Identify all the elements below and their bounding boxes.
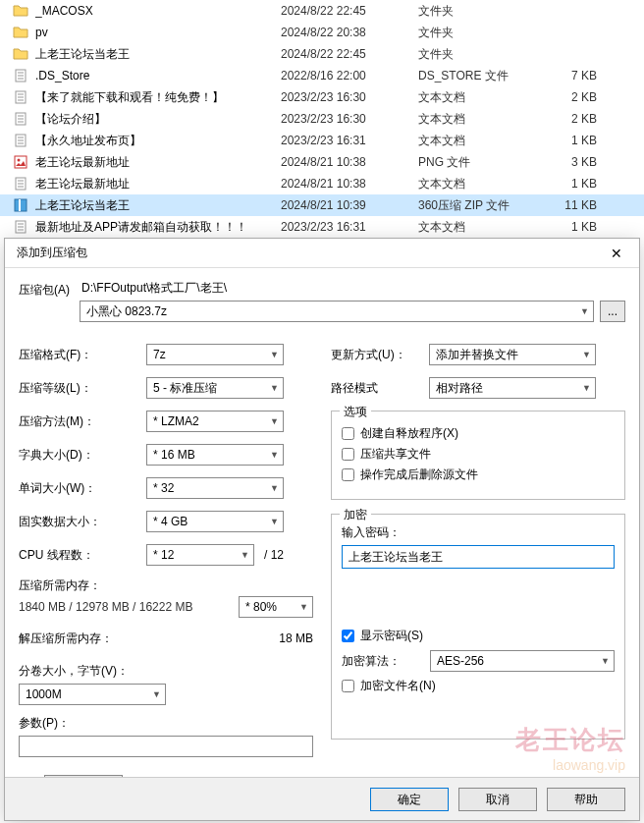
browse-button[interactable]: ... [600,301,625,322]
close-icon[interactable]: ✕ [602,246,631,261]
archive-label: 压缩包(A) [19,280,72,299]
file-size: 7 KB [556,69,615,82]
file-date: 2023/2/23 16:31 [281,220,418,234]
chevron-down-icon: ▼ [582,383,591,393]
method-label: 压缩方法(M)： [19,413,146,430]
chevron-down-icon: ▼ [580,306,589,316]
pathmode-combo[interactable]: 相对路径▼ [429,377,596,399]
cpu-combo[interactable]: * 12▼ [146,544,254,566]
file-row[interactable]: 上老王论坛当老王2024/8/22 22:45文件夹 [0,43,644,65]
file-date: 2022/8/16 22:00 [281,69,418,82]
file-row[interactable]: 老王论坛最新地址2024/8/21 10:38PNG 文件3 KB [0,151,644,173]
file-row[interactable]: .DS_Store2022/8/16 22:00DS_STORE 文件7 KB [0,65,644,86]
password-input[interactable] [342,545,615,569]
decompmem-label: 解压缩所需内存： [19,631,279,647]
file-row[interactable]: _MACOSX2024/8/22 22:45文件夹 [0,0,644,22]
file-name: 【来了就能下载和观看！纯免费！】 [35,89,281,106]
file-icon [12,67,29,84]
options-fieldset: 选项 创建自释放程序(X) 压缩共享文件 操作完成后删除源文件 [331,411,625,500]
file-date: 2023/2/23 16:30 [281,112,418,126]
svg-rect-23 [19,199,21,211]
params-input[interactable] [19,736,313,757]
format-label: 压缩格式(F)： [19,347,146,363]
compmem-label: 压缩所需内存： [19,577,313,594]
dialog-title: 添加到压缩包 [17,245,87,261]
file-type: 文件夹 [418,46,556,63]
file-row[interactable]: 【永久地址发布页】2023/2/23 16:31文本文档1 KB [0,130,644,151]
showpw-checkbox[interactable]: 显示密码(S) [342,628,615,644]
txt-icon [12,175,29,192]
file-type: 360压缩 ZIP 文件 [418,197,556,214]
file-type: DS_STORE 文件 [418,68,556,84]
compmem-pct-combo[interactable]: * 80%▼ [239,596,313,618]
file-date: 2023/2/23 16:30 [281,90,418,104]
solid-combo[interactable]: * 4 GB▼ [146,511,284,532]
file-name: pv [35,26,281,39]
level-label: 压缩等级(L)： [19,380,146,397]
txt-icon [12,132,29,149]
encrypt-legend: 加密 [340,507,371,523]
ok-button[interactable]: 确定 [370,788,449,811]
file-date: 2024/8/22 20:38 [281,26,418,39]
file-row[interactable]: 最新地址及APP请发邮箱自动获取！！！2023/2/23 16:31文本文档1 … [0,216,644,238]
chevron-down-icon: ▼ [582,350,591,359]
dict-combo[interactable]: * 16 MB▼ [146,444,284,466]
file-name: 最新地址及APP请发邮箱自动获取！！！ [35,219,281,236]
file-row[interactable]: 老王论坛最新地址2024/8/21 10:38文本文档1 KB [0,173,644,194]
compmem-value: 1840 MB / 12978 MB / 16222 MB [19,600,192,614]
txt-icon [12,218,29,236]
format-combo[interactable]: 7z▼ [146,344,284,365]
cpu-label: CPU 线程数： [19,547,146,564]
file-row[interactable]: pv2024/8/22 20:38文件夹 [0,22,644,43]
file-size: 1 KB [556,220,615,234]
update-combo[interactable]: 添加并替换文件▼ [429,344,596,365]
help-button[interactable]: 帮助 [547,788,625,811]
encnames-checkbox[interactable]: 加密文件名(N) [342,678,615,694]
file-row[interactable]: 【论坛介绍】2023/2/23 16:30文本文档2 KB [0,108,644,130]
chevron-down-icon: ▼ [270,416,279,426]
method-combo[interactable]: * LZMA2▼ [146,411,284,432]
file-row[interactable]: 上老王论坛当老王2024/8/21 10:39360压缩 ZIP 文件11 KB [0,194,644,216]
file-name: _MACOSX [35,4,281,18]
svg-point-17 [18,159,21,162]
update-label: 更新方式(U)： [331,347,429,363]
file-row[interactable]: 【来了就能下载和观看！纯免费！】2023/2/23 16:30文本文档2 KB [0,86,644,108]
dialog-titlebar: 添加到压缩包 ✕ [5,239,639,268]
level-combo[interactable]: 5 - 标准压缩▼ [146,377,284,399]
chevron-down-icon: ▼ [152,689,161,699]
file-date: 2024/8/21 10:38 [281,177,418,191]
cancel-button[interactable]: 取消 [458,788,537,811]
svg-rect-16 [15,156,27,168]
chevron-down-icon: ▼ [241,550,249,560]
word-label: 单词大小(W)： [19,480,146,497]
share-checkbox[interactable]: 压缩共享文件 [342,446,615,463]
delete-checkbox[interactable]: 操作完成后删除源文件 [342,466,615,483]
chevron-down-icon: ▼ [601,656,610,666]
password-label: 输入密码： [342,524,615,541]
right-column: 更新方式(U)：添加并替换文件▼ 路径模式相对路径▼ 选项 创建自释放程序(X)… [331,338,625,802]
sfx-checkbox[interactable]: 创建自释放程序(X) [342,425,615,442]
dict-label: 字典大小(D)： [19,447,146,464]
pathmode-label: 路径模式 [331,380,429,397]
file-name: 【论坛介绍】 [35,111,281,128]
chevron-down-icon: ▼ [270,350,279,359]
file-name: 老王论坛最新地址 [35,176,281,192]
alg-combo[interactable]: AES-256▼ [430,650,615,672]
split-combo[interactable]: 1000M▼ [19,684,166,705]
chevron-down-icon: ▼ [270,483,279,493]
file-list: _MACOSX2024/8/22 22:45文件夹pv2024/8/22 20:… [0,0,644,238]
alg-label: 加密算法： [342,653,420,670]
chevron-down-icon: ▼ [299,602,308,612]
add-to-archive-dialog: 添加到压缩包 ✕ 压缩包(A) D:\FFOutput\格式工厂\老王\ 小黑心… [4,238,640,821]
file-type: 文件夹 [418,3,556,20]
file-date: 2023/2/23 16:31 [281,134,418,147]
file-type: 文本文档 [418,133,556,149]
folder-icon [12,24,29,41]
txt-icon [12,110,29,128]
file-type: 文本文档 [418,219,556,236]
archive-filename-combo[interactable]: 小黑心 0823.7z ▼ [80,301,594,322]
file-type: 文本文档 [418,111,556,128]
chevron-down-icon: ▼ [270,517,279,526]
archive-path: D:\FFOutput\格式工厂\老王\ [80,280,625,297]
word-combo[interactable]: * 32▼ [146,477,284,499]
